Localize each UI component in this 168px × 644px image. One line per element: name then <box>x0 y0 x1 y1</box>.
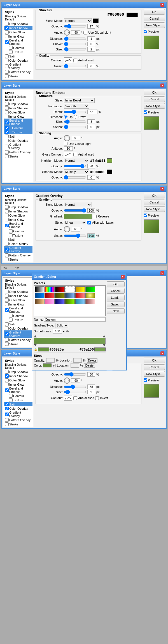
cb-stroke-3[interactable] <box>5 258 9 261</box>
cb-texture-1[interactable] <box>9 50 13 54</box>
sidebar-stroke-3[interactable]: Stroke <box>4 257 32 261</box>
sidebar-item-texture-1[interactable]: Texture <box>4 50 32 54</box>
sidebar-stroke-2[interactable]: Stroke <box>4 154 32 158</box>
gradient-save-btn[interactable]: Save... <box>107 302 125 307</box>
altitude-input-2[interactable] <box>64 146 73 151</box>
shadow-opacity-slider-2[interactable] <box>64 176 86 179</box>
cb-inner-shadow-3[interactable] <box>5 209 9 213</box>
style-select-2[interactable]: Inner Bevel <box>64 98 95 103</box>
sidebar-color-overlay-2[interactable]: Color Overlay <box>4 138 32 143</box>
depth-slider-2[interactable] <box>64 110 86 113</box>
sidebar-outer-glow-3[interactable]: Outer Glow <box>4 213 32 217</box>
angle-dial-1[interactable] <box>64 29 70 36</box>
cb-satin-1[interactable] <box>5 54 9 58</box>
gradient-new-btn[interactable]: New <box>107 308 125 314</box>
sidebar-blending-2[interactable]: Blending Options: Default <box>4 95 32 102</box>
preset-3[interactable] <box>55 286 65 292</box>
preview-cb-3[interactable] <box>144 214 147 217</box>
sidebar-inner-glow-2[interactable]: Inner Glow <box>4 114 32 119</box>
distance-input-1[interactable] <box>87 36 95 41</box>
close-button-5[interactable]: ✕ <box>160 351 164 355</box>
preview-cb-2[interactable] <box>144 110 147 114</box>
sidebar-outer-glow-2[interactable]: Outer Glow <box>4 110 32 114</box>
cb-contour-3[interactable] <box>9 229 13 233</box>
shading-angle-dial-2[interactable] <box>64 135 70 141</box>
stops-location-input[interactable] <box>73 358 82 363</box>
highlight-swatch-2[interactable] <box>107 158 112 163</box>
sidebar-texture-3[interactable]: Texture <box>4 233 32 237</box>
ok-button-3[interactable]: OK <box>144 193 165 198</box>
cb-pattern-overlay-2[interactable] <box>5 150 9 154</box>
smoothness-arrow[interactable]: ▸ <box>63 330 65 333</box>
gradient-type-select[interactable]: Solid <box>55 323 68 328</box>
shadow-opacity-input-2[interactable] <box>87 175 95 180</box>
soften-slider-2[interactable] <box>64 125 86 129</box>
cb-satin-3[interactable] <box>5 238 9 241</box>
cb-inner-glow-3[interactable] <box>5 218 9 221</box>
cb-drop-shadow-2[interactable] <box>5 102 9 106</box>
invert-5[interactable] <box>95 396 99 400</box>
opacity-slider-5[interactable] <box>64 373 86 376</box>
sidebar-pattern-overlay-3[interactable]: Pattern Overlay <box>4 253 32 257</box>
close-button-1[interactable]: ✕ <box>160 3 164 7</box>
preset-16[interactable] <box>65 299 75 304</box>
direction-down-2[interactable] <box>74 115 77 119</box>
ok-button-5[interactable]: OK <box>144 358 165 363</box>
cancel-button-2[interactable]: Cancel <box>144 96 165 102</box>
color-swatch-black-1[interactable] <box>93 18 99 23</box>
color-stop-right[interactable] <box>103 344 106 346</box>
sidebar-texture-2[interactable]: Texture <box>4 130 32 134</box>
cb-drop-shadow-3[interactable] <box>5 205 9 209</box>
ok-button-2[interactable]: OK <box>144 90 165 95</box>
sidebar-styles-3[interactable]: Styles <box>4 194 32 198</box>
size-slider-1[interactable] <box>64 48 86 51</box>
new-style-button-2[interactable]: New Style... <box>144 103 165 109</box>
cb-contour-2[interactable] <box>5 126 9 130</box>
preset-15[interactable] <box>55 299 65 304</box>
choke-input-1[interactable] <box>87 42 95 46</box>
cancel-button-1[interactable]: Cancel <box>144 16 165 21</box>
cb-color-overlay-3[interactable] <box>5 242 9 245</box>
stops-color-swatch[interactable] <box>43 363 52 367</box>
name-input[interactable] <box>44 317 106 322</box>
size-input-1[interactable] <box>87 47 95 52</box>
shadow-swatch-2[interactable] <box>107 170 112 174</box>
stops-delete-1[interactable]: Delete <box>87 358 98 363</box>
global-light-cb-1[interactable] <box>83 31 87 34</box>
size-input-2[interactable] <box>87 119 95 124</box>
shadow-mode-select-2[interactable]: Multiply <box>64 169 89 174</box>
sidebar-gradient-overlay-2[interactable]: Gradient Overlay <box>4 143 32 150</box>
smoothness-input[interactable] <box>53 329 62 333</box>
cb-gradient-overlay-1[interactable] <box>5 64 9 68</box>
sidebar-contour-2[interactable]: Contour <box>4 126 32 130</box>
cb-stroke-1[interactable] <box>5 74 9 78</box>
highlight-opacity-input-2[interactable] <box>87 164 95 168</box>
gradient-cancel-btn[interactable]: Cancel <box>107 288 125 294</box>
cb-texture-2[interactable] <box>5 130 9 134</box>
cb-gradient-overlay-3[interactable] <box>5 248 9 251</box>
sidebar-pattern-overlay-2[interactable]: Pattern Overlay <box>4 150 32 154</box>
preset-9[interactable] <box>55 293 65 298</box>
size-input-5[interactable] <box>87 390 95 394</box>
noise-slider-1[interactable] <box>64 64 86 68</box>
preset-1[interactable] <box>35 286 45 292</box>
cb-color-overlay-2[interactable] <box>5 139 9 142</box>
cb-bevel-3[interactable] <box>5 224 9 227</box>
align-layer-cb-3[interactable] <box>87 221 91 224</box>
preview-cb-5[interactable] <box>144 378 147 382</box>
cb-color-overlay-1[interactable] <box>5 59 9 62</box>
cb-outer-glow-1[interactable] <box>5 30 9 34</box>
direction-up-2[interactable] <box>64 115 67 119</box>
sidebar-item-color-overlay-1[interactable]: Color Overlay <box>4 58 32 62</box>
angle-input-5[interactable] <box>71 378 80 383</box>
new-style-button-5[interactable]: New Style... <box>144 371 165 377</box>
sidebar-inner-glow-3[interactable]: Inner Glow <box>4 217 32 222</box>
opacity-stop-left[interactable] <box>34 335 37 337</box>
color-stop-left[interactable] <box>34 344 37 346</box>
cb-satin-2[interactable] <box>5 135 9 138</box>
color-left-swatch[interactable] <box>38 348 49 351</box>
preset-5[interactable] <box>75 286 85 292</box>
angle-dial-5[interactable] <box>64 377 70 384</box>
sidebar-item-inner-shadow-1[interactable]: Inner Shadow <box>4 26 32 30</box>
sidebar-item-inner-glow-1[interactable]: Inner Glow <box>4 34 32 38</box>
